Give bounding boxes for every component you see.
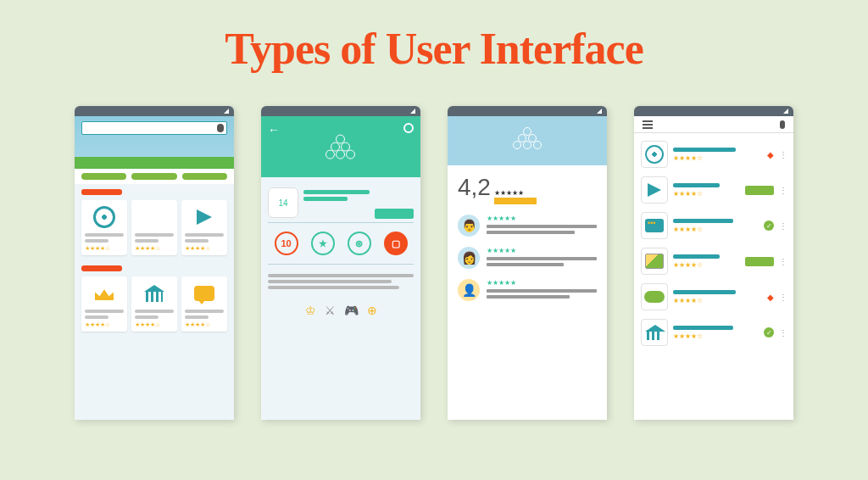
mic-icon[interactable] [217,124,224,132]
gamepad-icon [644,291,665,303]
hero-banner [75,116,234,169]
phone-reviews: 4,2 ★★★★★ 👨 ★★★★★ 👩 ★★★★★ 👤 ★★★★★ [448,106,607,420]
app-thumb: 14 [268,187,298,218]
crown-icon [95,287,114,300]
category-icon[interactable]: ▢ [384,232,408,255]
phones-row: ★★★★☆ ★★★★☆ ★★★★☆ ★★★★☆ ★★★★☆ ★★★★☆ ← 14 [0,106,868,420]
app-card[interactable]: ★★★★☆ [81,276,127,332]
search-input[interactable] [81,121,227,135]
section-label [81,265,122,271]
category-icon[interactable]: 10 [275,232,298,255]
more-icon[interactable]: ⋮ [779,293,787,302]
check-icon: ✓ [764,220,774,231]
list-item[interactable]: ★★★★☆ ◆ ⋮ [641,279,787,315]
phone-app-list: ★★★★☆ ◆ ⋮ ★★★★☆ ⋮ ★★★★☆ ✓ ⋮ ★★★★☆ ⋮ ★★★★… [634,106,793,420]
phone-app-detail: ← 14 10 ★ ⊛ ▢ ♔ ⚔ 🎮 [261,106,420,420]
category-icon[interactable]: ★ [311,232,335,255]
app-card[interactable]: ★★★★☆ [181,200,227,255]
overall-rating: 4,2 ★★★★★ [448,165,607,215]
tab-1[interactable] [81,173,126,180]
status-bar [448,106,607,116]
avatar: 👨 [458,215,480,237]
bank-icon [144,285,164,302]
avatar: 👩 [458,247,480,269]
status-bar [634,106,793,116]
plane-icon [197,209,212,225]
plane-icon [648,183,661,197]
more-icon[interactable]: ⋮ [779,257,787,266]
bank-icon [645,325,664,340]
list-item[interactable]: ★★★★☆ ⋮ [641,243,787,279]
menu-icon[interactable] [643,120,653,129]
tab-2[interactable] [131,173,176,180]
review-list: 👨 ★★★★★ 👩 ★★★★★ 👤 ★★★★★ [448,215,607,301]
status-bar [75,106,234,116]
badge-icon: ◆ [767,150,774,159]
list-item[interactable]: ★★★★☆ ◆ ⋮ [641,137,787,172]
category-icons: 10 ★ ⊛ ▢ [268,223,414,265]
featured-app[interactable]: 14 [268,184,414,223]
picture-icon [645,254,664,269]
avatar: 👤 [458,279,480,301]
chat-icon [645,219,664,232]
section-label [81,189,122,195]
category-icon[interactable]: ⊛ [348,232,371,255]
app-header: ← [261,116,420,177]
list-item[interactable]: ★★★★☆ ✓ ⋮ [641,315,787,350]
check-icon: ✓ [764,327,774,338]
back-icon[interactable]: ← [268,123,280,137]
logo-icon [324,135,358,165]
more-icon[interactable]: ⋮ [779,150,787,159]
mic-icon[interactable] [780,120,785,129]
logo-icon [512,127,542,154]
status-bar [261,106,420,116]
list-item[interactable]: ★★★★☆ ⋮ [641,172,787,208]
app-card[interactable]: ★★★★☆ [131,200,177,255]
action-button[interactable] [745,257,774,266]
aperture-icon [645,145,664,164]
chat-icon [194,286,214,301]
page-title: Types of User Interface [0,0,868,74]
crown-icon[interactable]: ♔ [305,304,316,317]
install-button[interactable] [375,209,414,219]
bottom-categories: ♔ ⚔ 🎮 ⊕ [268,299,414,322]
review-item[interactable]: 👤 ★★★★★ [458,279,597,301]
tab-bar [75,169,234,184]
more-icon[interactable]: ⋮ [779,186,787,195]
more-icon[interactable]: ⋮ [779,221,787,231]
badge-icon: ◆ [767,293,774,302]
ball-icon[interactable]: ⊕ [367,304,377,317]
description [268,265,414,299]
aperture-icon [93,206,115,228]
app-card[interactable]: ★★★★☆ [81,200,127,255]
app-card[interactable]: ★★★★☆ [131,276,177,332]
search-icon[interactable] [403,123,414,133]
gamepad-icon[interactable]: 🎮 [344,304,359,317]
toolbar [634,116,793,133]
app-list: ★★★★☆ ◆ ⋮ ★★★★☆ ⋮ ★★★★☆ ✓ ⋮ ★★★★☆ ⋮ ★★★★… [634,133,793,354]
swords-icon[interactable]: ⚔ [325,304,336,317]
review-item[interactable]: 👩 ★★★★★ [458,247,597,269]
phone-store-home: ★★★★☆ ★★★★☆ ★★★★☆ ★★★★☆ ★★★★☆ ★★★★☆ [75,106,234,420]
review-item[interactable]: 👨 ★★★★★ [458,215,597,237]
more-icon[interactable]: ⋮ [779,328,787,338]
list-item[interactable]: ★★★★☆ ✓ ⋮ [641,208,787,243]
header [448,116,607,165]
action-button[interactable] [745,186,774,195]
app-card[interactable]: ★★★★☆ [181,276,227,332]
tab-3[interactable] [182,173,227,180]
